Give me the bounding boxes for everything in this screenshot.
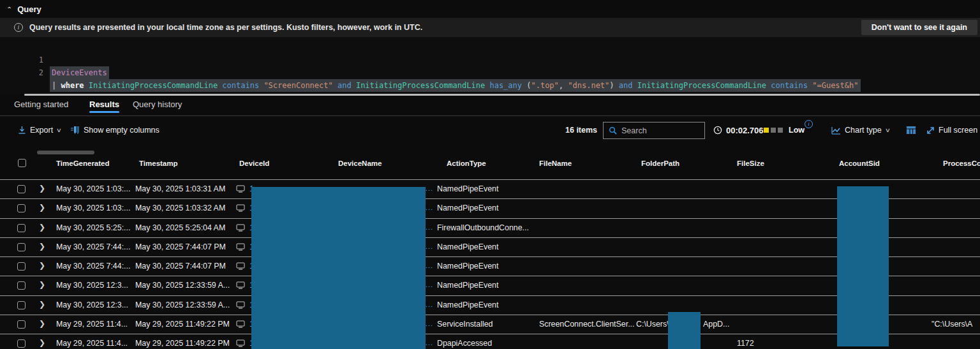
column-header-timestamp[interactable]: Timestamp bbox=[139, 160, 178, 167]
cell-timestamp: May 30, 2025 1:03:31 AM bbox=[135, 184, 225, 193]
row-checkbox[interactable] bbox=[17, 301, 26, 309]
row-checkbox[interactable] bbox=[17, 281, 26, 290]
chart-icon bbox=[831, 126, 841, 135]
table-row[interactable]: ❯May 30, 2025 12:3...May 30, 2025 12:33:… bbox=[0, 296, 980, 315]
line-number: 2 bbox=[28, 66, 43, 79]
tab-getting-started[interactable]: Getting started bbox=[14, 100, 68, 109]
row-checkbox[interactable] bbox=[17, 262, 26, 271]
select-all-checkbox[interactable] bbox=[18, 159, 26, 167]
cell-timestamp: May 30, 2025 12:33:59 A... bbox=[135, 281, 230, 290]
table-row[interactable]: ❯May 30, 2025 1:03:...May 30, 2025 1:03:… bbox=[0, 199, 980, 218]
query-token-str: ".top" bbox=[531, 81, 558, 90]
query-duration: 00:02.706 bbox=[713, 118, 764, 142]
table-row[interactable]: ❯May 30, 2025 7:44:...May 30, 2025 7:44:… bbox=[0, 238, 980, 257]
dismiss-notice-button[interactable]: Don't want to see it again bbox=[861, 20, 977, 35]
cell-devicename-truncation: ... bbox=[426, 242, 433, 250]
table-row[interactable]: ❯May 30, 2025 5:25:...May 30, 2025 5:25:… bbox=[0, 219, 980, 238]
table-row[interactable]: ❯May 30, 2025 7:44:...May 30, 2025 7:44:… bbox=[0, 257, 980, 276]
cell-timestamp: May 29, 2025 11:49:22 PM bbox=[135, 320, 230, 329]
row-expand-chevron[interactable]: ❯ bbox=[39, 319, 45, 328]
chart-type-button[interactable]: Chart type ∨ bbox=[831, 118, 889, 142]
row-checkbox[interactable] bbox=[17, 224, 26, 232]
row-checkbox[interactable] bbox=[17, 320, 26, 329]
column-header-filename[interactable]: FileName bbox=[539, 160, 572, 167]
row-expand-chevron[interactable]: ❯ bbox=[39, 300, 45, 309]
cell-devicename-truncation: ... bbox=[426, 320, 433, 327]
severity-label: Low bbox=[789, 126, 805, 135]
column-header-filesize[interactable]: FileSize bbox=[737, 160, 764, 167]
severity-segment-active bbox=[764, 128, 769, 133]
cell-devicename-truncation: ... bbox=[426, 204, 433, 211]
resource-info-icon[interactable]: i bbox=[805, 120, 813, 128]
query-token-col: InitiatingProcessCommandLine bbox=[637, 81, 766, 90]
row-expand-chevron[interactable]: ❯ bbox=[39, 203, 45, 212]
table-row[interactable]: ❯May 29, 2025 11:4...May 29, 2025 11:49:… bbox=[0, 334, 980, 349]
row-expand-chevron[interactable]: ❯ bbox=[39, 280, 45, 289]
cell-actiontype: NamedPipeEvent bbox=[437, 301, 498, 309]
query-token-col: InitiatingProcessCommandLine bbox=[356, 81, 485, 90]
export-button[interactable]: Export ∨ bbox=[18, 118, 61, 142]
table-row[interactable]: ❯May 30, 2025 12:3...May 30, 2025 12:33:… bbox=[0, 276, 980, 295]
resource-usage-indicator: Low bbox=[764, 118, 805, 142]
table-row[interactable]: ❯May 30, 2025 1:03:...May 30, 2025 1:03:… bbox=[0, 180, 980, 199]
row-checkbox[interactable] bbox=[17, 204, 26, 212]
table-grid-icon bbox=[906, 126, 916, 135]
column-header-processcomm[interactable]: ProcessComm bbox=[943, 160, 980, 167]
row-expand-chevron[interactable]: ❯ bbox=[39, 338, 45, 347]
show-empty-columns-button[interactable]: Show empty columns bbox=[70, 118, 160, 142]
cell-processcommandline: "C:\Users\A bbox=[932, 320, 972, 329]
query-token-plain bbox=[352, 81, 356, 90]
show-empty-columns-label: Show empty columns bbox=[84, 126, 160, 135]
device-icon bbox=[236, 301, 245, 311]
table-view-button[interactable] bbox=[906, 118, 916, 142]
collapse-chevron-icon[interactable]: ⌃ bbox=[6, 5, 12, 13]
column-header-accountsid[interactable]: AccountSid bbox=[839, 160, 880, 167]
query-token-plain bbox=[632, 81, 637, 90]
query-token-table: DeviceEvents bbox=[52, 68, 107, 77]
items-count: 16 items bbox=[565, 118, 597, 142]
results-tabs: Getting started Results Query history bbox=[0, 97, 980, 115]
device-icon bbox=[236, 204, 245, 214]
device-icon bbox=[236, 320, 245, 330]
redaction-box-username bbox=[668, 312, 701, 349]
row-expand-chevron[interactable]: ❯ bbox=[39, 261, 45, 270]
column-header-deviceid[interactable]: DeviceId bbox=[239, 160, 269, 167]
full-screen-button[interactable]: Full screen bbox=[926, 118, 977, 142]
kql-query-editor[interactable]: 1 DeviceEvents 2 | where InitiatingProce… bbox=[0, 37, 980, 94]
export-label: Export bbox=[30, 126, 53, 135]
cell-timegenerated: May 30, 2025 1:03:... bbox=[56, 184, 130, 193]
query-line-content: DeviceEvents bbox=[50, 66, 109, 79]
tab-query-history[interactable]: Query history bbox=[133, 100, 182, 109]
row-checkbox[interactable] bbox=[17, 243, 26, 251]
column-header-timegenerated[interactable]: TimeGenerated bbox=[56, 160, 110, 167]
horizontal-scrollbar-thumb[interactable] bbox=[37, 151, 94, 154]
chevron-down-icon: ∨ bbox=[56, 127, 62, 133]
query-line: 2 | where InitiatingProcessCommandLine c… bbox=[0, 54, 980, 66]
query-token-plain bbox=[333, 81, 338, 90]
row-expand-chevron[interactable]: ❯ bbox=[39, 242, 45, 251]
redaction-box-device bbox=[251, 187, 426, 349]
tab-results[interactable]: Results bbox=[89, 100, 119, 109]
query-token-op: where bbox=[61, 81, 84, 90]
severity-segment bbox=[778, 128, 783, 133]
query-token-plain: , bbox=[559, 81, 568, 90]
column-header-folderpath[interactable]: FolderPath bbox=[641, 160, 679, 167]
cell-devicename-truncation: ... bbox=[426, 184, 433, 192]
row-checkbox[interactable] bbox=[17, 185, 26, 193]
query-token-plain bbox=[84, 81, 89, 90]
device-icon bbox=[236, 185, 245, 195]
query-token-plain: | bbox=[52, 81, 61, 90]
device-icon bbox=[236, 224, 245, 234]
column-header-actiontype[interactable]: ActionType bbox=[447, 160, 486, 167]
results-toolbar: Export ∨ Show empty columns 16 items 00:… bbox=[0, 118, 980, 142]
search-box[interactable] bbox=[603, 122, 705, 139]
pane-splitter-handle[interactable] bbox=[24, 94, 980, 96]
column-header-devicename[interactable]: DeviceName bbox=[338, 160, 382, 167]
table-row[interactable]: ❯May 29, 2025 11:4...May 29, 2025 11:49:… bbox=[0, 315, 980, 334]
results-grid: ❯May 30, 2025 1:03:...May 30, 2025 1:03:… bbox=[0, 179, 980, 349]
row-expand-chevron[interactable]: ❯ bbox=[39, 223, 45, 232]
query-token-kw: contains bbox=[222, 81, 259, 90]
search-input[interactable] bbox=[621, 126, 692, 135]
row-expand-chevron[interactable]: ❯ bbox=[39, 184, 45, 193]
row-checkbox[interactable] bbox=[17, 339, 26, 348]
